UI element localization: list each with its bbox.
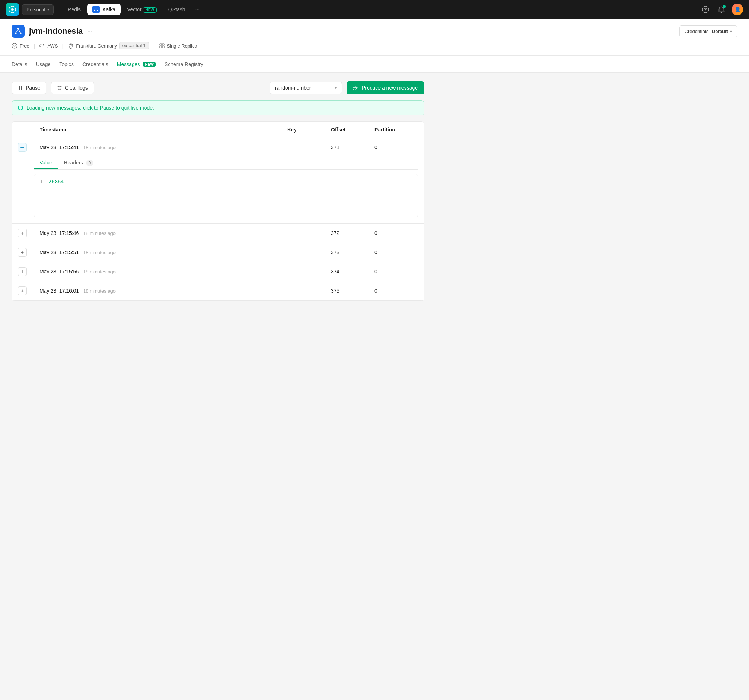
chevron-down-icon: ▾ [47, 8, 49, 12]
col-key: Key [287, 127, 331, 133]
table-row: + May 23, 17:15:51 18 minutes ago 373 0 [12, 243, 424, 262]
message-row-header[interactable]: May 23, 17:15:41 18 minutes ago 371 0 [12, 138, 424, 157]
headers-count-badge: 0 [86, 160, 94, 166]
svg-point-9 [20, 33, 22, 35]
trash-icon [57, 85, 62, 90]
offset-cell: 375 [331, 288, 374, 294]
vector-new-badge: NEW [143, 7, 157, 13]
expand-button[interactable]: + [18, 287, 26, 295]
value-tabs: Value Headers 0 [34, 157, 418, 169]
timestamp-cell: May 23, 17:15:56 18 minutes ago [40, 269, 287, 275]
partition-cell: 0 [374, 249, 418, 255]
message-row-header[interactable]: + May 23, 17:15:56 18 minutes ago 374 0 [12, 262, 424, 281]
partition-cell: 0 [374, 269, 418, 275]
user-avatar[interactable]: 👤 [732, 4, 743, 15]
tab-topics[interactable]: Topics [59, 56, 74, 72]
value-tab[interactable]: Value [34, 157, 58, 169]
nav-item-kafka[interactable]: Kafka [87, 4, 121, 15]
svg-rect-15 [162, 44, 164, 46]
table-row: + May 23, 17:15:56 18 minutes ago 374 0 [12, 262, 424, 281]
tab-usage[interactable]: Usage [36, 56, 50, 72]
nav-right: ? 👤 [700, 4, 743, 15]
col-offset: Offset [331, 127, 374, 133]
partition-cell: 0 [374, 145, 418, 150]
message-row-header[interactable]: + May 23, 17:15:46 18 minutes ago 372 0 [12, 224, 424, 242]
page-title: jvm-indonesia [29, 26, 83, 36]
app-logo[interactable] [6, 3, 19, 16]
messages-table: Timestamp Key Offset Partition May 23, 1… [12, 121, 424, 301]
tab-messages[interactable]: Messages NEW [117, 56, 156, 72]
code-value: 26864 [49, 178, 64, 213]
offset-cell: 372 [331, 230, 374, 236]
page-menu-dots[interactable]: ··· [87, 27, 93, 35]
timestamp-cell: May 23, 17:15:46 18 minutes ago [40, 230, 287, 236]
chevron-down-icon: ▾ [335, 86, 337, 90]
tab-details[interactable]: Details [12, 56, 27, 72]
page-title-row: jvm-indonesia ··· Credentials: Default ▾ [12, 25, 737, 38]
topic-selector[interactable]: random-number ▾ [269, 82, 342, 94]
loading-spinner [18, 105, 23, 110]
nav-items: Redis Kafka Vector NEW QStash ··· [63, 4, 203, 15]
nav-more-button[interactable]: ··· [192, 5, 203, 15]
headers-tab[interactable]: Headers 0 [58, 157, 99, 169]
svg-point-7 [17, 28, 19, 30]
svg-rect-23 [20, 147, 24, 148]
svg-rect-19 [21, 86, 23, 90]
col-partition: Partition [374, 127, 418, 133]
message-row-header[interactable]: + May 23, 17:16:01 18 minutes ago 375 0 [12, 281, 424, 300]
tab-schema-registry[interactable]: Schema Registry [165, 56, 203, 72]
offset-cell: 374 [331, 269, 374, 275]
clear-logs-button[interactable]: Clear logs [51, 82, 94, 94]
svg-line-10 [16, 30, 18, 33]
svg-line-4 [96, 9, 97, 10]
kafka-icon [92, 6, 99, 13]
nav-item-vector[interactable]: Vector NEW [122, 5, 162, 15]
pause-icon [18, 85, 23, 90]
help-button[interactable]: ? [700, 4, 711, 15]
table-row: + May 23, 17:15:46 18 minutes ago 372 0 [12, 224, 424, 243]
kafka-db-logo [12, 25, 25, 38]
nav-item-qstash[interactable]: QStash [163, 5, 190, 15]
toolbar: Pause Clear logs random-number ▾ Produce… [12, 81, 424, 95]
collapse-button[interactable] [18, 143, 26, 152]
tab-credentials[interactable]: Credentials [83, 56, 108, 72]
offset-cell: 373 [331, 249, 374, 255]
credentials-dropdown[interactable]: Credentials: Default ▾ [679, 25, 737, 37]
timestamp-cell: May 23, 17:15:41 18 minutes ago [40, 145, 287, 150]
nav-item-redis[interactable]: Redis [63, 5, 86, 15]
meta-cloud: AWS [39, 43, 58, 49]
tabs-bar: Details Usage Topics Credentials Message… [0, 56, 749, 73]
svg-point-8 [15, 33, 17, 35]
svg-rect-18 [18, 86, 20, 90]
notification-dot [723, 5, 726, 8]
expand-button[interactable]: + [18, 229, 26, 238]
code-block: 1 26864 [34, 174, 418, 218]
pause-button[interactable]: Pause [12, 82, 46, 94]
separator: | [63, 43, 64, 49]
svg-rect-17 [162, 46, 164, 48]
produce-icon [353, 85, 359, 91]
page-header: jvm-indonesia ··· Credentials: Default ▾… [0, 19, 749, 56]
notifications-button[interactable] [715, 4, 727, 15]
expand-button[interactable]: + [18, 248, 26, 257]
svg-point-12 [12, 43, 17, 48]
partition-cell: 0 [374, 288, 418, 294]
svg-line-3 [95, 9, 96, 10]
expanded-content: Value Headers 0 1 26864 [12, 157, 424, 223]
expand-button[interactable]: + [18, 267, 26, 276]
personal-workspace-button[interactable]: Personal ▾ [22, 5, 54, 15]
region-badge: eu-central-1 [119, 42, 149, 49]
col-timestamp: Timestamp [40, 127, 287, 133]
partition-cell: 0 [374, 230, 418, 236]
table-row: + May 23, 17:16:01 18 minutes ago 375 0 [12, 281, 424, 300]
produce-message-button[interactable]: Produce a new message [347, 81, 424, 95]
chevron-down-icon: ▾ [730, 29, 732, 34]
svg-rect-14 [160, 44, 162, 46]
live-banner[interactable]: Loading new messages, click to Pause to … [12, 100, 424, 116]
table-row: May 23, 17:15:41 18 minutes ago 371 0 Va… [12, 138, 424, 224]
col-expand [18, 127, 40, 133]
messages-new-badge: NEW [143, 62, 156, 67]
meta-location: Frankfurt, Germany eu-central-1 [68, 42, 149, 49]
table-header: Timestamp Key Offset Partition [12, 122, 424, 138]
message-row-header[interactable]: + May 23, 17:15:51 18 minutes ago 373 0 [12, 243, 424, 262]
